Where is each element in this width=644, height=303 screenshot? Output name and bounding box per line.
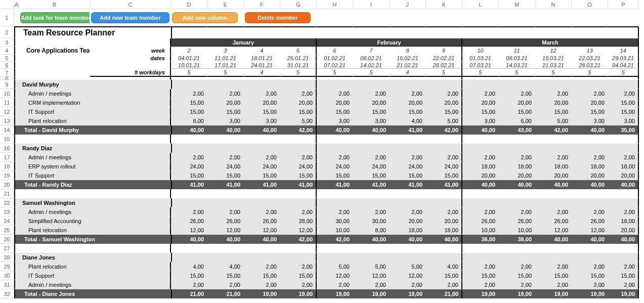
data-cell[interactable]: 2,00 [535,262,572,271]
data-cell[interactable]: 12 [535,47,572,55]
data-cell[interactable]: 20,00 [317,98,353,107]
data-cell[interactable]: 2,00 [353,89,390,98]
total-cell[interactable]: 41,00 [353,180,390,189]
data-cell[interactable]: 2,00 [572,262,608,271]
data-cell[interactable]: 2,00 [171,280,207,289]
data-cell[interactable]: 04.01.21 [171,55,207,62]
data-cell[interactable]: 20,00 [244,98,280,107]
total-cell[interactable]: 19,00 [244,289,280,298]
data-cell[interactable]: 15,00 [608,107,639,116]
add-member-button[interactable]: Add new team member [91,12,169,23]
row-header[interactable]: 23 [0,207,14,217]
total-cell[interactable]: 41,00 [390,180,426,189]
data-cell[interactable]: 2,00 [608,153,639,162]
data-cell[interactable]: 22.02.21 [426,55,462,62]
data-cell[interactable]: 15,00 [244,271,280,280]
data-cell[interactable]: 15.02.21 [390,55,426,62]
data-cell[interactable]: 2,00 [462,280,499,289]
col-header[interactable]: H [317,0,353,9]
data-cell[interactable]: 2,00 [171,89,207,98]
data-cell[interactable]: 26,00 [171,217,207,226]
data-cell[interactable]: 4,00 [426,262,462,271]
data-cell[interactable]: 30,00 [317,217,353,226]
data-cell[interactable]: 5 [317,69,353,77]
data-cell[interactable]: 5,00 [535,116,572,125]
data-cell[interactable]: 26,00 [499,217,535,226]
data-cell[interactable]: 2 [171,47,207,55]
data-cell[interactable]: 3,00 [244,116,280,125]
data-cell[interactable]: 2,00 [280,207,317,217]
data-cell[interactable]: 2,00 [608,207,639,217]
data-cell[interactable]: 31.01.21 [280,62,317,69]
row-header[interactable]: 25 [0,226,14,235]
data-cell[interactable]: 18,00 [499,162,535,171]
data-cell[interactable]: 8,00 [353,226,390,235]
data-cell[interactable]: 15,00 [280,171,317,180]
data-cell[interactable]: 15,00 [390,171,426,180]
data-cell[interactable]: 15,00 [353,171,390,180]
data-cell[interactable]: 8,00 [171,116,207,125]
data-cell[interactable]: 10,00 [317,226,353,235]
data-cell[interactable]: 2,00 [608,280,639,289]
data-cell[interactable]: 2,00 [171,153,207,162]
total-cell[interactable]: 40,00 [608,180,639,189]
data-cell[interactable]: 25.01.21 [280,55,317,62]
data-cell[interactable]: 15,00 [171,271,207,280]
data-cell[interactable]: 3 [207,47,244,55]
total-cell[interactable]: 21,00 [171,289,207,298]
data-cell[interactable]: 2,00 [572,153,608,162]
data-cell[interactable]: 12,00 [244,226,280,235]
data-cell[interactable]: 08.03.21 [499,55,535,62]
total-cell[interactable]: 40,00 [390,235,426,244]
col-header[interactable]: G [280,0,317,9]
data-cell[interactable]: 5 [462,69,499,77]
total-cell[interactable]: 19,00 [608,289,639,298]
data-cell[interactable]: 2,00 [244,207,280,217]
data-cell[interactable]: 2,00 [499,153,535,162]
data-cell[interactable]: 3,00 [317,116,353,125]
data-cell[interactable]: 2,00 [317,89,353,98]
spreadsheet[interactable]: ABCDEFGHIJKLMNOP1Add task for team membe… [0,0,644,298]
row-header[interactable]: 1 [0,9,14,26]
data-cell[interactable]: 15,00 [207,271,244,280]
data-cell[interactable]: 20,00 [426,98,462,107]
row-header[interactable]: 28 [0,253,14,262]
total-cell[interactable]: 42,00 [535,125,572,135]
total-cell[interactable]: 19,00 [317,289,353,298]
data-cell[interactable]: 18,00 [426,226,462,235]
total-cell[interactable]: 40,00 [572,125,608,135]
data-cell[interactable]: 5 [280,69,317,77]
total-cell[interactable]: 19,00 [353,289,390,298]
data-cell[interactable]: 2,00 [572,280,608,289]
data-cell[interactable]: 2,00 [462,89,499,98]
data-cell[interactable]: 2,00 [317,207,353,217]
data-cell[interactable]: 2,00 [390,207,426,217]
data-cell[interactable]: 2,00 [317,280,353,289]
total-cell[interactable]: 41,00 [280,180,317,189]
row-header[interactable]: 14 [0,125,14,135]
data-cell[interactable]: 15,00 [572,271,608,280]
total-cell[interactable]: 41,00 [426,180,462,189]
data-cell[interactable]: 15,00 [171,171,207,180]
total-cell[interactable]: 40,00 [608,235,639,244]
data-cell[interactable]: 2,00 [608,262,639,271]
data-cell[interactable]: 5 [353,69,390,77]
total-cell[interactable]: 43,00 [499,125,535,135]
total-cell[interactable]: 41,00 [317,180,353,189]
col-header[interactable]: K [426,0,462,9]
data-cell[interactable]: 18,00 [608,162,639,171]
data-cell[interactable]: 2,00 [280,280,317,289]
data-cell[interactable]: 24,00 [207,162,244,171]
row-header[interactable]: 15 [0,135,14,144]
data-cell[interactable]: 8 [390,47,426,55]
data-cell[interactable]: 2,00 [280,262,317,271]
data-cell[interactable]: 29.03.21 [608,55,639,62]
data-cell[interactable]: 15,00 [280,271,317,280]
task-name[interactable]: Plant relocation [19,226,90,235]
total-cell[interactable]: 40,00 [535,180,572,189]
total-cell[interactable]: 21,00 [426,289,462,298]
add-task-button[interactable]: Add task for team member [20,12,90,23]
data-cell[interactable]: 10,00 [462,226,499,235]
total-cell[interactable]: 40,00 [244,125,280,135]
task-name[interactable]: Plant relocation [19,116,90,125]
